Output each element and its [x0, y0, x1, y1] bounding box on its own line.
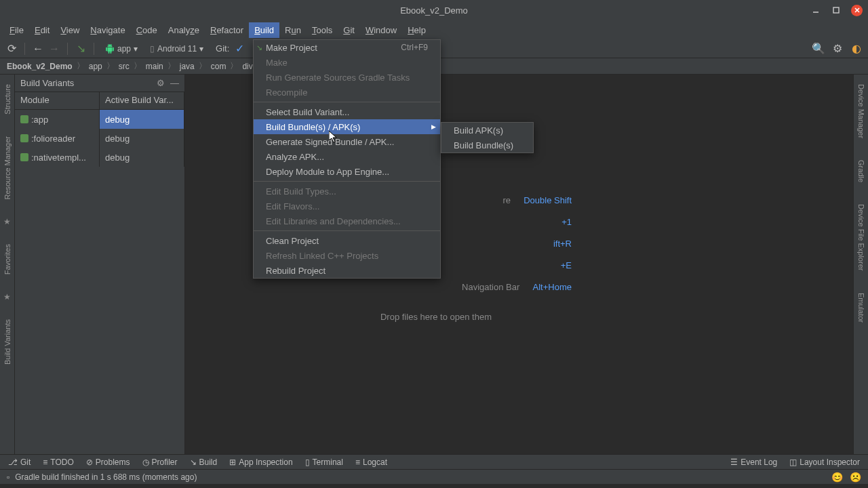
bt-profiler[interactable]: ◷Profiler	[142, 458, 178, 467]
menu-navigate[interactable]: Navigate	[85, 22, 130, 38]
statusbar: ▫ Gradle build finished in 1 s 688 ms (m…	[0, 469, 868, 484]
variant-row-folio[interactable]: :folioreader debug	[15, 129, 184, 148]
th-variant[interactable]: Active Build Var...	[100, 92, 184, 109]
rail-emulator[interactable]: Emulator	[856, 289, 867, 327]
rail-star2-icon: ★	[3, 292, 11, 302]
bt-git[interactable]: ⎇Git	[8, 458, 31, 467]
git-label: Git:	[216, 43, 229, 54]
make-icon[interactable]: ↘	[75, 43, 87, 55]
minimize-panel-icon[interactable]: —	[170, 78, 179, 88]
profiler-icon[interactable]: ◐	[850, 43, 863, 55]
menu-refresh-cpp: Refresh Linked C++ Projects	[254, 248, 440, 263]
menu-file[interactable]: File	[4, 22, 29, 38]
search-icon[interactable]: 🔍	[812, 43, 825, 55]
menu-refactor[interactable]: Refactor	[205, 22, 249, 38]
svg-rect-5	[20, 134, 28, 142]
menu-edit-flavors: Edit Flavors...	[254, 199, 440, 214]
menu-clean[interactable]: Clean Project	[254, 233, 440, 248]
bt-build[interactable]: ↘Build	[190, 458, 218, 467]
menu-build-bundle-apk[interactable]: Build Bundle(s) / APK(s)▶	[254, 119, 440, 134]
window-title: Ebook_v2_Demo	[400, 5, 468, 16]
rail-resource-manager[interactable]: Resource Manager	[2, 132, 13, 204]
gear-icon[interactable]: ⚙	[157, 78, 165, 88]
menu-indicator-icon[interactable]: ▫	[7, 472, 9, 482]
close-button[interactable]	[851, 5, 863, 16]
menu-help[interactable]: Help	[402, 22, 431, 38]
rail-device-manager[interactable]: Device Manager	[856, 80, 867, 142]
svg-rect-6	[20, 153, 28, 161]
menu-view[interactable]: View	[55, 22, 85, 38]
menu-make-project[interactable]: ↘Make ProjectCtrl+F9	[254, 40, 440, 55]
right-rail: Device Manager Gradle Device File Explor…	[853, 75, 868, 454]
submenu-build-bundle[interactable]: Build Bundle(s)	[441, 138, 533, 152]
rail-build-variants[interactable]: Build Variants	[2, 315, 13, 369]
emoji-sad-icon[interactable]: ☹️	[850, 472, 861, 483]
menu-git[interactable]: Git	[338, 22, 360, 38]
left-rail: Structure Resource Manager ★ Favorites ★…	[0, 75, 15, 454]
sync-icon[interactable]: ⟳	[5, 43, 18, 55]
menu-window[interactable]: Window	[360, 22, 402, 38]
bottom-toolbar: ⎇Git ≡TODO ⊘Problems ◷Profiler ↘Build ⊞A…	[0, 454, 868, 469]
bt-todo[interactable]: ≡TODO	[43, 458, 73, 467]
status-text: Gradle build finished in 1 s 688 ms (mom…	[15, 472, 197, 482]
menu-recompile: Recompile	[254, 85, 440, 100]
minimize-button[interactable]	[810, 5, 821, 16]
build-menu: ↘Make ProjectCtrl+F9 Make Run Generate S…	[253, 39, 441, 279]
menu-edit-libs: Edit Libraries and Dependencies...	[254, 214, 440, 228]
run-config-dropdown[interactable]: app ▾	[101, 43, 142, 55]
emoji-smile-icon[interactable]: 😊	[831, 472, 843, 483]
bt-event-log[interactable]: ☰Event Log	[730, 458, 777, 467]
bt-layout-inspector[interactable]: ◫Layout Inspector	[789, 458, 860, 467]
menu-gen-signed[interactable]: Generate Signed Bundle / APK...	[254, 134, 440, 149]
rail-favorites[interactable]: Favorites	[2, 240, 13, 279]
menu-code[interactable]: Code	[131, 22, 163, 38]
menu-make: Make	[254, 55, 440, 70]
rail-structure[interactable]: Structure	[2, 80, 13, 119]
git-update-icon[interactable]: ✓	[233, 43, 245, 55]
menu-build[interactable]: Build	[249, 22, 279, 38]
variant-row-app[interactable]: :app debug	[15, 110, 184, 129]
menu-analyze-apk[interactable]: Analyze APK...	[254, 149, 440, 164]
rail-device-file-explorer[interactable]: Device File Explorer	[856, 200, 867, 274]
device-dropdown[interactable]: ▯Android 11 ▾	[146, 43, 208, 55]
crumb-app[interactable]: app	[89, 62, 102, 71]
crumb-root[interactable]: Ebook_v2_Demo	[7, 62, 73, 71]
th-module[interactable]: Module	[15, 92, 100, 109]
rail-favorites-icon[interactable]: ★	[3, 217, 11, 226]
titlebar: Ebook_v2_Demo	[0, 0, 868, 20]
svg-rect-1	[833, 7, 839, 13]
menu-edit[interactable]: Edit	[29, 22, 55, 38]
bt-problems[interactable]: ⊘Problems	[86, 458, 130, 467]
settings-icon[interactable]: ⚙	[831, 43, 844, 55]
menu-deploy[interactable]: Deploy Module to App Engine...	[254, 164, 440, 179]
panel-title: Build Variants	[20, 78, 74, 88]
build-variants-panel: Build Variants ⚙ — Module Active Build V…	[15, 75, 185, 454]
bt-app-inspection[interactable]: ⊞App Inspection	[229, 458, 292, 467]
menu-run[interactable]: Run	[279, 22, 307, 38]
svg-rect-4	[20, 115, 28, 123]
menu-analyze[interactable]: Analyze	[163, 22, 205, 38]
variant-row-native[interactable]: :nativetempl... debug	[15, 148, 184, 167]
menu-rebuild[interactable]: Rebuild Project	[254, 263, 440, 278]
menu-run-gen: Run Generate Sources Gradle Tasks	[254, 70, 440, 85]
bt-terminal[interactable]: ▯Terminal	[305, 458, 343, 467]
menubar: File Edit View Navigate Code Analyze Ref…	[0, 20, 868, 39]
rail-gradle[interactable]: Gradle	[856, 156, 867, 186]
menu-tools[interactable]: Tools	[307, 22, 338, 38]
crumb-src[interactable]: src	[119, 62, 130, 71]
submenu-build-apk[interactable]: Build APK(s)	[441, 123, 533, 138]
menu-select-variant[interactable]: Select Build Variant...	[254, 104, 440, 119]
forward-icon[interactable]: →	[48, 43, 60, 55]
build-bundle-submenu: Build APK(s) Build Bundle(s)	[441, 122, 534, 153]
maximize-button[interactable]	[831, 5, 842, 16]
crumb-java[interactable]: java	[180, 62, 195, 71]
bt-logcat[interactable]: ≡Logcat	[355, 458, 387, 467]
menu-edit-types: Edit Build Types...	[254, 184, 440, 199]
crumb-com[interactable]: com	[211, 62, 226, 71]
back-icon[interactable]: ←	[32, 43, 44, 55]
crumb-main[interactable]: main	[146, 62, 163, 71]
